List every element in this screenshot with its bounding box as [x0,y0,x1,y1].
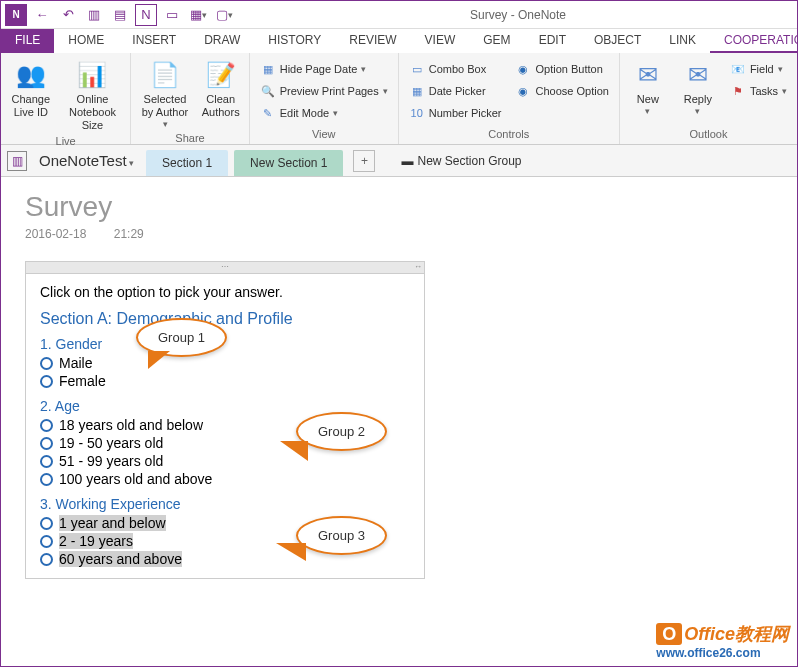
watermark: OOffice教程网 www.office26.com [656,622,789,660]
tab-gem[interactable]: GEM [469,29,524,53]
date-picker-button[interactable]: ▦Date Picker [405,81,506,101]
radio-icon[interactable] [40,419,53,432]
radio-icon[interactable] [40,357,53,370]
radio-icon[interactable] [40,535,53,548]
combo-icon: ▭ [409,61,425,77]
tab-object[interactable]: OBJECT [580,29,655,53]
q2-opt-3-label: 51 - 99 years old [59,453,163,469]
radio-icon[interactable] [40,455,53,468]
tab-history[interactable]: HISTORY [254,29,335,53]
clean-icon: 📝 [205,59,237,91]
q2-opt-3[interactable]: 51 - 99 years old [40,452,410,470]
q3-heading: 3. Working Experience [40,496,410,512]
qat-icon-6[interactable]: ▢ [213,4,235,26]
q2-opt-4[interactable]: 100 years old and above [40,470,410,488]
q1-opt-1[interactable]: Maile [40,354,410,372]
group-view: ▦Hide Page Date 🔍Preview Print Pages ✎Ed… [250,53,399,144]
group-live: 👥Change Live ID 📊Online Notebook Size Li… [1,53,131,144]
tab-insert[interactable]: INSERT [118,29,190,53]
q2-opt-1-label: 18 years old and below [59,417,203,433]
section-a-heading: Section A: Demographic and Profile [40,310,410,328]
app-icon[interactable]: N [5,4,27,26]
radio-icon[interactable] [40,553,53,566]
back-icon[interactable]: ← [31,4,53,26]
new-button[interactable]: ✉New [626,55,670,117]
user-icon: 👥 [15,59,47,91]
option-button-button[interactable]: ◉Option Button [511,59,612,79]
qat-icon-5[interactable]: ▦ [187,4,209,26]
radio-icon: ◉ [515,61,531,77]
page-title[interactable]: Survey [25,191,773,223]
field-label: Field [750,63,774,75]
notebook-size-label: Online Notebook Size [65,93,121,133]
q3-opt-2-label: 2 - 19 years [59,533,133,549]
radio-icon[interactable] [40,437,53,450]
new-section-group[interactable]: ▬New Section Group [401,154,521,168]
radio-icon[interactable] [40,517,53,530]
change-live-id-button[interactable]: 👥Change Live ID [7,55,55,119]
choose-option-button[interactable]: ◉Choose Option [511,81,612,101]
notebook-icon[interactable]: ▥ [7,151,27,171]
watermark-logo: O [656,623,682,645]
clean-authors-label: Clean Authors [202,93,240,119]
reply-button[interactable]: ✉Reply [676,55,720,117]
radio-icon[interactable] [40,473,53,486]
ribbon: 👥Change Live ID 📊Online Notebook Size Li… [1,53,797,145]
page-time: 21:29 [114,227,144,241]
undo-icon[interactable]: ↶ [57,4,79,26]
add-section-button[interactable]: + [353,150,375,172]
combo-box-button[interactable]: ▭Combo Box [405,59,506,79]
section-tab-active[interactable]: New Section 1 [234,150,343,176]
field-button[interactable]: 📧Field [726,59,791,79]
container-handle[interactable]: ⋯↔ [26,262,424,274]
author-icon: 📄 [149,59,181,91]
callout-group-1: Group 1 [136,318,227,357]
instruction-text: Click on the option to pick your answer. [40,284,410,300]
content-container[interactable]: ⋯↔ Click on the option to pick your answ… [25,261,425,579]
edit-mode-button[interactable]: ✎Edit Mode [256,103,392,123]
flag-icon: ⚑ [730,83,746,99]
title-bar: N ← ↶ ▥ ▤ N ▭ ▦ ▢ Survey - OneNote [1,1,797,29]
page-area: Survey 2016-02-18 21:29 ⋯↔ Click on the … [1,177,797,593]
tab-file[interactable]: FILE [1,29,54,53]
qat-icon-2[interactable]: ▤ [109,4,131,26]
tab-cooperation[interactable]: COOPERATION [710,29,798,53]
qat-icon-4[interactable]: ▭ [161,4,183,26]
q1-opt-2[interactable]: Female [40,372,410,390]
section-tab-1[interactable]: Section 1 [146,150,228,176]
qat-icon-3[interactable]: N [135,4,157,26]
callout-group-3: Group 3 [296,516,387,555]
preview-icon: 🔍 [260,83,276,99]
option-btn-label: Option Button [535,63,602,75]
preview-label: Preview Print Pages [280,85,379,97]
tab-view[interactable]: VIEW [411,29,470,53]
mail-new-icon: ✉ [632,59,664,91]
field-icon: 📧 [730,61,746,77]
tab-review[interactable]: REVIEW [335,29,410,53]
clean-authors-button[interactable]: 📝Clean Authors [199,55,243,119]
tab-draw[interactable]: DRAW [190,29,254,53]
date-icon: ▦ [409,83,425,99]
selected-by-author-button[interactable]: 📄Selected by Author [137,55,192,130]
tab-home[interactable]: HOME [54,29,118,53]
tab-edit[interactable]: EDIT [525,29,580,53]
number-picker-button[interactable]: 10Number Picker [405,103,506,123]
radio-icon[interactable] [40,375,53,388]
tasks-label: Tasks [750,85,778,97]
group-share-label: Share [137,130,242,146]
combo-label: Combo Box [429,63,486,75]
mail-reply-icon: ✉ [682,59,714,91]
hide-page-date-button[interactable]: ▦Hide Page Date [256,59,392,79]
choose-opt-label: Choose Option [535,85,608,97]
page-meta: 2016-02-18 21:29 [25,227,773,241]
notebook-size-button[interactable]: 📊Online Notebook Size [61,55,125,133]
tab-link[interactable]: LINK [655,29,710,53]
preview-print-button[interactable]: 🔍Preview Print Pages [256,81,392,101]
callout-group-2: Group 2 [296,412,387,451]
group-controls-label: Controls [405,126,613,142]
q3-opt-3-label: 60 years and above [59,551,182,567]
tasks-button[interactable]: ⚑Tasks [726,81,791,101]
notebook-name[interactable]: OneNoteTest [33,152,140,169]
qat-icon-1[interactable]: ▥ [83,4,105,26]
selected-by-author-label: Selected by Author [141,93,188,119]
